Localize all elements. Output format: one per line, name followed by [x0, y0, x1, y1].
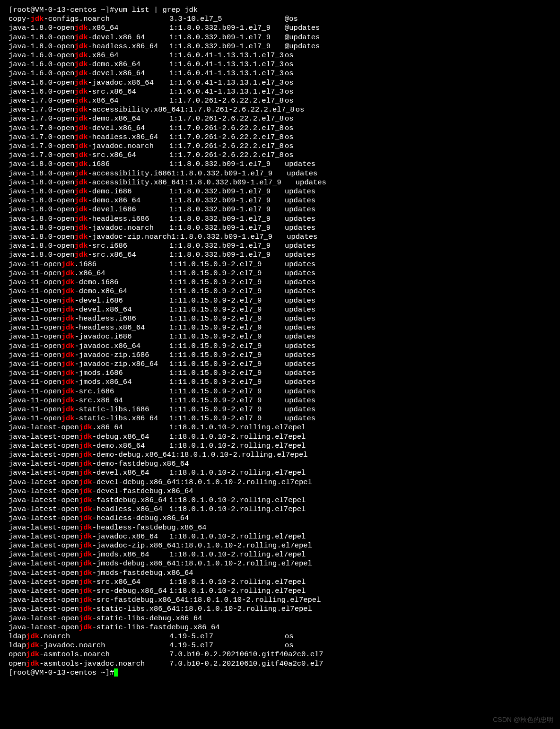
package-repo: updates	[285, 378, 315, 387]
package-version: 1:18.0.1.0.10-2.rolling.el7	[169, 442, 288, 451]
package-name: openjdk-asmtools.noarch	[9, 650, 169, 659]
package-name: java-11-openjdk-devel.x86_64	[9, 305, 169, 314]
package-row: java-latest-openjdk-headless-debug.x86_6…	[9, 514, 551, 523]
package-name: java-latest-openjdk-javadoc.x86_64	[9, 532, 169, 541]
package-name: java-1.7.0-openjdk-src.x86_64	[9, 151, 169, 160]
package-version: 1:1.8.0.332.b09-1.el7_9	[169, 196, 285, 205]
grep-highlight: jdk	[75, 169, 88, 178]
package-version: 1:11.0.15.0.9-2.el7_9	[169, 305, 285, 314]
package-version: 1:18.0.1.0.10-2.rolling.el7	[169, 550, 288, 559]
package-row: java-1.7.0-openjdk-demo.x86_641:1.7.0.26…	[9, 114, 551, 123]
package-repo: updates	[285, 269, 315, 278]
package-name: java-1.7.0-openjdk.x86_64	[9, 96, 169, 105]
package-repo: epel	[295, 478, 312, 487]
package-repo: epel	[288, 442, 306, 451]
package-version: 1:1.7.0.261-2.6.22.2.el7_8	[169, 151, 285, 160]
package-name: java-11-openjdk-javadoc.i686	[9, 332, 169, 341]
package-row: java-latest-openjdk-javadoc.x86_641:18.0…	[9, 532, 551, 541]
package-row: java-11-openjdk.x86_641:11.0.15.0.9-2.el…	[9, 269, 551, 278]
package-version: 4.19-5.el7	[169, 632, 285, 641]
package-version: 1:1.7.0.261-2.6.22.2.el7_8	[169, 96, 285, 105]
package-name: java-latest-openjdk-devel-debug.x86_64	[9, 478, 175, 487]
package-name: java-latest-openjdk-src-debug.x86_64	[9, 587, 169, 596]
package-name: java-latest-openjdk-devel-fastdebug.x86_…	[9, 487, 193, 496]
package-name: java-latest-openjdk-debug.x86_64	[9, 433, 169, 442]
grep-highlight: jdk	[79, 469, 92, 477]
grep-highlight: jdk	[75, 42, 88, 51]
package-version: 1:1.7.0.261-2.6.22.2.el7_8	[169, 124, 285, 133]
package-version: 1:11.0.15.0.9-2.el7_9	[169, 323, 285, 332]
grep-highlight: jdk	[75, 69, 88, 78]
package-name: java-11-openjdk-headless.x86_64	[9, 323, 169, 332]
package-repo: os	[285, 69, 294, 78]
package-name: java-11-openjdk-src.x86_64	[9, 396, 169, 405]
prompt: [root@VM-0-13-centos ~]#	[9, 6, 114, 15]
package-repo: os	[296, 105, 305, 114]
package-repo: epel	[288, 496, 306, 505]
package-row: java-1.8.0-openjdk-demo.i6861:1.8.0.332.…	[9, 187, 551, 196]
package-row: java-11-openjdk-javadoc.i6861:11.0.15.0.…	[9, 332, 551, 341]
package-name: java-latest-openjdk-static-libs-debug.x8…	[9, 614, 202, 623]
grep-highlight: jdk	[75, 124, 88, 133]
package-repo: os	[285, 51, 294, 60]
package-name: java-1.8.0-openjdk-devel.i686	[9, 205, 169, 214]
package-row: java-11-openjdk-headless.x86_641:11.0.15…	[9, 323, 551, 332]
package-repo: epel	[288, 505, 306, 514]
command-text: yum list | grep jdk	[114, 6, 198, 15]
package-version: 1:11.0.15.0.9-2.el7_9	[169, 342, 285, 351]
package-row: java-latest-openjdk-src-debug.x86_641:18…	[9, 587, 551, 596]
grep-highlight: jdk	[75, 215, 88, 224]
package-row: java-latest-openjdk-jmods-debug.x86_641:…	[9, 559, 551, 568]
grep-highlight: jdk	[26, 632, 39, 641]
grep-highlight: jdk	[79, 532, 92, 541]
grep-highlight: jdk	[26, 641, 39, 650]
package-name: java-11-openjdk-headless.i686	[9, 314, 169, 323]
package-row: java-latest-openjdk-src.x86_641:18.0.1.0…	[9, 578, 551, 587]
package-repo: os	[285, 96, 294, 105]
grep-highlight: jdk	[61, 342, 75, 351]
package-version: 1:1.8.0.332.b09-1.el7_9	[169, 187, 285, 196]
package-version: 1:1.8.0.332.b09-1.el7_9	[169, 42, 285, 51]
package-name: java-1.8.0-openjdk-src.x86_64	[9, 251, 169, 260]
package-version: 1:11.0.15.0.9-2.el7_9	[169, 351, 285, 360]
package-name: java-1.8.0-openjdk.i686	[9, 160, 169, 169]
grep-highlight: jdk	[79, 541, 92, 550]
package-repo: updates	[285, 314, 315, 323]
package-row: java-1.7.0-openjdk-headless.x86_641:1.7.…	[9, 133, 551, 142]
package-version: 1:11.0.15.0.9-2.el7_9	[169, 269, 285, 278]
package-repo: epel	[288, 587, 306, 596]
package-row: ldapjdk-javadoc.noarch4.19-5.el7os	[9, 641, 551, 650]
package-name: copy-jdk-configs.noarch	[9, 15, 169, 24]
package-name: ldapjdk.noarch	[9, 632, 169, 641]
package-row: java-1.6.0-openjdk-javadoc.x86_641:1.6.0…	[9, 78, 551, 87]
package-version: 1:18.0.1.0.10-2.rolling.el7	[169, 505, 288, 514]
package-name: java-latest-openjdk-demo-fastdebug.x86_6…	[9, 460, 189, 469]
package-version: 1:11.0.15.0.9-2.el7_9	[169, 287, 285, 296]
terminal-output[interactable]: [root@VM-0-13-centos ~]# yum list | grep…	[9, 6, 551, 677]
package-row: java-1.6.0-openjdk-demo.x86_641:1.6.0.41…	[9, 60, 551, 69]
package-name: java-11-openjdk-static-libs.x86_64	[9, 414, 169, 423]
package-repo: updates	[285, 396, 315, 405]
package-row: java-11-openjdk-javadoc-zip.x86_641:11.0…	[9, 360, 551, 369]
package-row: java-1.7.0-openjdk.x86_641:1.7.0.261-2.6…	[9, 96, 551, 105]
grep-highlight: jdk	[61, 387, 75, 396]
package-row: java-11-openjdk-static-libs.x86_641:11.0…	[9, 414, 551, 423]
package-row: java-latest-openjdk-javadoc-zip.x86_641:…	[9, 541, 551, 550]
package-repo: updates	[285, 278, 315, 287]
package-name: java-1.8.0-openjdk-devel.x86_64	[9, 33, 169, 42]
package-version: 1:1.8.0.332.b09-1.el7_9	[169, 215, 285, 224]
package-row: java-1.6.0-openjdk-devel.x86_641:1.6.0.4…	[9, 69, 551, 78]
package-version: 1:1.8.0.332.b09-1.el7_9	[169, 160, 285, 169]
package-version: 1:1.6.0.41-1.13.13.1.el7_3	[169, 87, 285, 96]
package-repo: os	[285, 114, 294, 123]
package-version: 1:18.0.1.0.10-2.rolling.el7	[169, 578, 288, 587]
command-line[interactable]: [root@VM-0-13-centos ~]#	[9, 668, 551, 677]
package-row: java-11-openjdk.i6861:11.0.15.0.9-2.el7_…	[9, 260, 551, 269]
package-row: java-latest-openjdk-jmods-fastdebug.x86_…	[9, 569, 551, 578]
package-version: 1:18.0.1.0.10-2.rolling.el7	[171, 451, 290, 460]
grep-highlight: jdk	[79, 460, 92, 469]
grep-highlight: jdk	[79, 505, 92, 514]
package-row: java-11-openjdk-demo.x86_641:11.0.15.0.9…	[9, 287, 551, 296]
grep-highlight: jdk	[61, 296, 75, 305]
grep-highlight: jdk	[26, 650, 39, 659]
